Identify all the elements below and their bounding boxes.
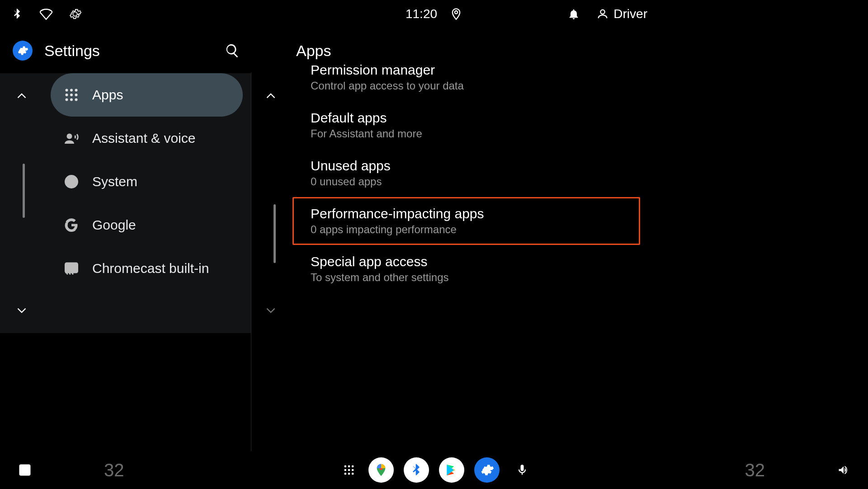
- sidebar-scroll-down[interactable]: [8, 297, 35, 324]
- status-bar: 11:20 Driver: [0, 0, 658, 28]
- settings-item-title: Default apps: [311, 110, 622, 126]
- person-icon: [596, 8, 609, 20]
- user-profile-button[interactable]: Driver: [596, 7, 647, 21]
- detail-scroll-down[interactable]: [257, 297, 284, 324]
- settings-title: Settings: [44, 42, 223, 60]
- svg-point-13: [71, 178, 72, 179]
- sidebar-item-system[interactable]: System: [51, 160, 243, 203]
- apps-icon: [63, 87, 80, 103]
- gear-icon: [69, 8, 81, 20]
- settings-item-subtitle: 0 unused apps: [311, 175, 622, 188]
- svg-point-3: [75, 89, 78, 92]
- google-g-icon: [63, 217, 80, 233]
- settings-item-title: Permission manager: [311, 62, 622, 78]
- detail-title: Apps: [296, 42, 331, 60]
- detail-pane: Apps Permission managerControl app acces…: [251, 28, 658, 333]
- svg-point-8: [70, 99, 73, 101]
- sidebar-item-label: Apps: [92, 87, 123, 103]
- sidebar-item-assistant-voice[interactable]: Assistant & voice: [51, 117, 243, 160]
- sidebar-item-google[interactable]: Google: [51, 203, 243, 247]
- settings-item-performance-impacting-apps[interactable]: Performance-impacting apps0 apps impacti…: [292, 197, 640, 245]
- wifi-icon: [40, 8, 52, 20]
- settings-item-subtitle: Control app access to your data: [311, 80, 622, 92]
- svg-point-2: [70, 89, 73, 92]
- settings-item-subtitle: For Assistant and more: [311, 127, 622, 140]
- sidebar-item-label: Google: [92, 217, 136, 233]
- detail-scroll-up[interactable]: [257, 82, 284, 109]
- notification-bell-icon[interactable]: [567, 8, 580, 20]
- svg-point-6: [75, 94, 78, 96]
- settings-item-permission-manager[interactable]: Permission managerControl app access to …: [292, 60, 640, 101]
- detail-scroll-indicator: [274, 204, 276, 263]
- sidebar-item-apps[interactable]: Apps: [51, 73, 243, 117]
- svg-point-10: [67, 134, 72, 139]
- svg-point-7: [66, 99, 68, 101]
- settings-item-subtitle: To system and other settings: [311, 271, 622, 284]
- settings-sidebar: Settings AppsAssistant & voiceSystemGoog…: [0, 28, 251, 333]
- settings-item-title: Unused apps: [311, 158, 622, 174]
- cast-icon: [63, 260, 80, 277]
- settings-item-default-apps[interactable]: Default appsFor Assistant and more: [292, 101, 640, 149]
- svg-point-0: [601, 10, 605, 14]
- assistant-icon: [63, 130, 80, 146]
- status-time: 11:20: [406, 7, 437, 21]
- settings-item-special-app-access[interactable]: Special app accessTo system and other se…: [292, 245, 640, 293]
- settings-item-subtitle: 0 apps impacting performance: [311, 223, 622, 236]
- settings-item-title: Performance-impacting apps: [311, 206, 622, 221]
- svg-point-9: [75, 99, 78, 101]
- sidebar-item-chromecast-built-in[interactable]: Chromecast built-in: [51, 247, 243, 290]
- sidebar-item-label: Chromecast built-in: [92, 261, 209, 276]
- sidebar-item-label: System: [92, 174, 137, 189]
- sidebar-item-label: Assistant & voice: [92, 131, 195, 146]
- settings-item-title: Special app access: [311, 254, 622, 269]
- sidebar-scroll-up[interactable]: [8, 82, 35, 109]
- settings-item-unused-apps[interactable]: Unused apps0 unused apps: [292, 149, 640, 197]
- sidebar-scroll-indicator: [23, 164, 25, 218]
- svg-point-5: [70, 94, 73, 96]
- svg-point-4: [66, 94, 68, 96]
- settings-app-icon: [13, 41, 33, 61]
- svg-point-1: [66, 89, 68, 92]
- location-icon: [450, 8, 462, 20]
- search-button[interactable]: [223, 41, 242, 60]
- bluetooth-icon: [11, 8, 24, 20]
- user-name: Driver: [613, 7, 647, 21]
- info-icon: [63, 174, 80, 190]
